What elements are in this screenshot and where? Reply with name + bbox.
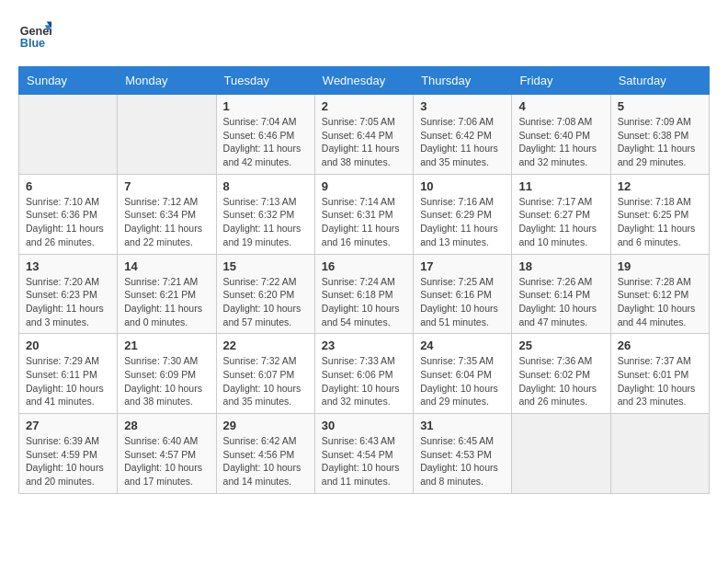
- calendar-week-row: 6Sunrise: 7:10 AM Sunset: 6:36 PM Daylig…: [19, 174, 710, 254]
- weekday-header-tuesday: Tuesday: [216, 67, 314, 95]
- calendar-week-row: 20Sunrise: 7:29 AM Sunset: 6:11 PM Dayli…: [19, 334, 710, 414]
- calendar-cell: 9Sunrise: 7:14 AM Sunset: 6:31 PM Daylig…: [314, 174, 413, 254]
- calendar-cell: 11Sunrise: 7:17 AM Sunset: 6:27 PM Dayli…: [512, 174, 610, 254]
- day-info: Sunrise: 7:05 AM Sunset: 6:44 PM Dayligh…: [322, 115, 406, 169]
- weekday-header-row: SundayMondayTuesdayWednesdayThursdayFrid…: [19, 67, 710, 95]
- svg-text:Blue: Blue: [20, 37, 45, 50]
- calendar-table: SundayMondayTuesdayWednesdayThursdayFrid…: [18, 66, 710, 494]
- calendar-cell: 26Sunrise: 7:37 AM Sunset: 6:01 PM Dayli…: [610, 334, 709, 414]
- day-info: Sunrise: 7:17 AM Sunset: 6:27 PM Dayligh…: [518, 195, 603, 249]
- day-info: Sunrise: 7:25 AM Sunset: 6:16 PM Dayligh…: [420, 275, 505, 329]
- day-number: 25: [518, 339, 603, 352]
- day-number: 20: [26, 339, 110, 352]
- day-number: 10: [420, 179, 505, 193]
- calendar-cell: 18Sunrise: 7:26 AM Sunset: 6:14 PM Dayli…: [512, 254, 610, 334]
- calendar-cell: 30Sunrise: 6:43 AM Sunset: 4:54 PM Dayli…: [314, 414, 413, 494]
- day-info: Sunrise: 7:13 AM Sunset: 6:32 PM Dayligh…: [223, 195, 308, 249]
- day-number: 15: [223, 259, 308, 273]
- day-number: 6: [26, 179, 110, 193]
- calendar-cell: 7Sunrise: 7:12 AM Sunset: 6:34 PM Daylig…: [118, 174, 216, 254]
- day-number: 23: [322, 339, 406, 352]
- day-info: Sunrise: 7:10 AM Sunset: 6:36 PM Dayligh…: [26, 195, 110, 249]
- calendar-cell: 25Sunrise: 7:36 AM Sunset: 6:02 PM Dayli…: [512, 334, 610, 414]
- weekday-header-saturday: Saturday: [610, 67, 709, 95]
- calendar-cell: 13Sunrise: 7:20 AM Sunset: 6:23 PM Dayli…: [19, 254, 118, 334]
- weekday-header-friday: Friday: [512, 67, 610, 95]
- day-number: 2: [322, 99, 406, 113]
- day-info: Sunrise: 7:12 AM Sunset: 6:34 PM Dayligh…: [124, 195, 209, 249]
- day-number: 17: [420, 259, 505, 273]
- day-info: Sunrise: 7:35 AM Sunset: 6:04 PM Dayligh…: [420, 354, 505, 408]
- calendar-cell: 4Sunrise: 7:08 AM Sunset: 6:40 PM Daylig…: [512, 95, 610, 175]
- day-info: Sunrise: 7:24 AM Sunset: 6:18 PM Dayligh…: [322, 275, 406, 329]
- calendar-cell: 14Sunrise: 7:21 AM Sunset: 6:21 PM Dayli…: [118, 254, 216, 334]
- calendar-week-row: 13Sunrise: 7:20 AM Sunset: 6:23 PM Dayli…: [19, 254, 710, 334]
- day-info: Sunrise: 7:30 AM Sunset: 6:09 PM Dayligh…: [124, 354, 209, 408]
- page-header: General Blue: [18, 18, 710, 52]
- day-number: 3: [420, 99, 505, 113]
- day-info: Sunrise: 7:09 AM Sunset: 6:38 PM Dayligh…: [618, 115, 702, 169]
- day-number: 9: [322, 179, 406, 193]
- weekday-header-monday: Monday: [118, 67, 216, 95]
- calendar-cell: 27Sunrise: 6:39 AM Sunset: 4:59 PM Dayli…: [19, 414, 118, 494]
- day-number: 16: [322, 259, 406, 273]
- day-number: 18: [518, 259, 603, 273]
- day-info: Sunrise: 7:18 AM Sunset: 6:25 PM Dayligh…: [618, 195, 702, 249]
- calendar-cell: [118, 95, 216, 175]
- day-number: 24: [420, 339, 505, 352]
- day-info: Sunrise: 6:45 AM Sunset: 4:53 PM Dayligh…: [420, 434, 505, 488]
- day-info: Sunrise: 7:36 AM Sunset: 6:02 PM Dayligh…: [518, 354, 603, 408]
- day-number: 8: [223, 179, 308, 193]
- day-number: 13: [26, 259, 110, 273]
- calendar-cell: 8Sunrise: 7:13 AM Sunset: 6:32 PM Daylig…: [216, 174, 314, 254]
- day-number: 22: [223, 339, 308, 352]
- day-number: 4: [518, 99, 603, 113]
- day-info: Sunrise: 7:04 AM Sunset: 6:46 PM Dayligh…: [223, 115, 308, 169]
- logo: General Blue: [18, 18, 55, 52]
- calendar-cell: 28Sunrise: 6:40 AM Sunset: 4:57 PM Dayli…: [118, 414, 216, 494]
- day-number: 5: [618, 99, 702, 113]
- day-info: Sunrise: 7:08 AM Sunset: 6:40 PM Dayligh…: [518, 115, 603, 169]
- calendar-cell: 12Sunrise: 7:18 AM Sunset: 6:25 PM Dayli…: [610, 174, 709, 254]
- day-number: 11: [518, 179, 603, 193]
- calendar-cell: [19, 95, 118, 175]
- weekday-header-thursday: Thursday: [414, 67, 512, 95]
- day-number: 28: [124, 419, 209, 432]
- day-number: 19: [618, 259, 702, 273]
- calendar-cell: 1Sunrise: 7:04 AM Sunset: 6:46 PM Daylig…: [216, 95, 314, 175]
- calendar-cell: 16Sunrise: 7:24 AM Sunset: 6:18 PM Dayli…: [314, 254, 413, 334]
- day-number: 29: [223, 419, 308, 432]
- day-number: 26: [618, 339, 702, 352]
- day-info: Sunrise: 7:37 AM Sunset: 6:01 PM Dayligh…: [618, 354, 702, 408]
- day-number: 12: [618, 179, 702, 193]
- day-number: 31: [420, 419, 505, 432]
- day-info: Sunrise: 7:29 AM Sunset: 6:11 PM Dayligh…: [26, 354, 110, 408]
- calendar-cell: 10Sunrise: 7:16 AM Sunset: 6:29 PM Dayli…: [414, 174, 512, 254]
- day-info: Sunrise: 7:28 AM Sunset: 6:12 PM Dayligh…: [618, 275, 702, 329]
- day-info: Sunrise: 7:21 AM Sunset: 6:21 PM Dayligh…: [124, 275, 209, 329]
- day-info: Sunrise: 7:32 AM Sunset: 6:07 PM Dayligh…: [223, 354, 308, 408]
- calendar-cell: [512, 414, 610, 494]
- calendar-cell: 3Sunrise: 7:06 AM Sunset: 6:42 PM Daylig…: [414, 95, 512, 175]
- day-info: Sunrise: 6:43 AM Sunset: 4:54 PM Dayligh…: [322, 434, 406, 488]
- calendar-cell: 20Sunrise: 7:29 AM Sunset: 6:11 PM Dayli…: [19, 334, 118, 414]
- calendar-cell: [610, 414, 709, 494]
- calendar-cell: 5Sunrise: 7:09 AM Sunset: 6:38 PM Daylig…: [610, 95, 709, 175]
- calendar-cell: 17Sunrise: 7:25 AM Sunset: 6:16 PM Dayli…: [414, 254, 512, 334]
- weekday-header-wednesday: Wednesday: [314, 67, 413, 95]
- day-info: Sunrise: 7:06 AM Sunset: 6:42 PM Dayligh…: [420, 115, 505, 169]
- day-info: Sunrise: 6:42 AM Sunset: 4:56 PM Dayligh…: [223, 434, 308, 488]
- day-number: 21: [124, 339, 209, 352]
- day-info: Sunrise: 6:40 AM Sunset: 4:57 PM Dayligh…: [124, 434, 209, 488]
- day-number: 1: [223, 99, 308, 113]
- day-info: Sunrise: 7:14 AM Sunset: 6:31 PM Dayligh…: [322, 195, 406, 249]
- calendar-week-row: 1Sunrise: 7:04 AM Sunset: 6:46 PM Daylig…: [19, 95, 710, 175]
- weekday-header-sunday: Sunday: [19, 67, 118, 95]
- logo-icon: General Blue: [18, 18, 51, 52]
- calendar-cell: 19Sunrise: 7:28 AM Sunset: 6:12 PM Dayli…: [610, 254, 709, 334]
- day-info: Sunrise: 7:20 AM Sunset: 6:23 PM Dayligh…: [26, 275, 110, 329]
- day-info: Sunrise: 7:26 AM Sunset: 6:14 PM Dayligh…: [518, 275, 603, 329]
- calendar-cell: 29Sunrise: 6:42 AM Sunset: 4:56 PM Dayli…: [216, 414, 314, 494]
- calendar-cell: 31Sunrise: 6:45 AM Sunset: 4:53 PM Dayli…: [414, 414, 512, 494]
- day-info: Sunrise: 7:33 AM Sunset: 6:06 PM Dayligh…: [322, 354, 406, 408]
